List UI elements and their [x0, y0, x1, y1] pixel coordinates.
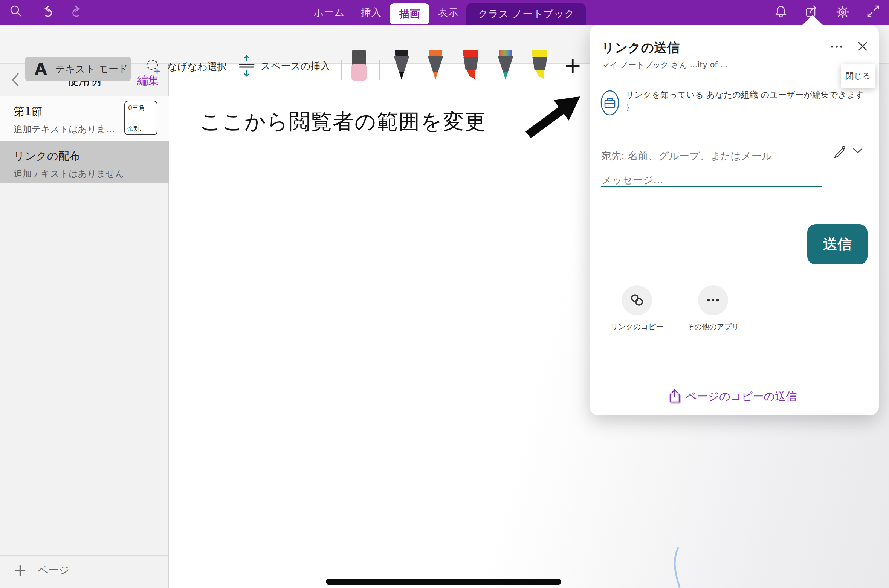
- page-list-sidebar: 使用例 編集 第1節 追加テキストはありま… 0三角 余割. リンクの配布 追加…: [0, 63, 169, 588]
- text-mode-letter: A: [35, 60, 47, 78]
- chevron-right-icon: 〉: [626, 103, 634, 113]
- dialog-title: リンクの送信: [602, 39, 680, 57]
- more-apps-button[interactable]: [698, 285, 728, 315]
- ribbon-tabs: ホーム 挿入 描画 表示 クラス ノートブック: [305, 0, 586, 25]
- highlighter-red-tool[interactable]: [462, 50, 480, 84]
- dialog-caret: [802, 15, 823, 25]
- sidebar-footer-divider: [0, 555, 169, 556]
- message-input[interactable]: [601, 169, 828, 191]
- thumbnail-ink-text: 余割.: [127, 125, 141, 133]
- organization-briefcase-icon[interactable]: [600, 90, 620, 116]
- undo-icon[interactable]: [38, 4, 55, 19]
- highlighter-yellow-tool[interactable]: [531, 50, 549, 84]
- lasso-select-button[interactable]: なげなわ選択: [145, 58, 227, 75]
- redo-icon[interactable]: [70, 4, 86, 19]
- tab-insert[interactable]: 挿入: [353, 0, 390, 25]
- tab-home-label: ホーム: [313, 6, 344, 19]
- send-page-copy-label: ページのコピーの送信: [686, 389, 797, 404]
- tab-class-notebook[interactable]: クラス ノートブック: [466, 3, 586, 25]
- tab-home[interactable]: ホーム: [305, 0, 353, 25]
- page-list-item[interactable]: 第1節 追加テキストはありま… 0三角 余割.: [0, 96, 169, 141]
- chain-link-icon: [629, 292, 645, 309]
- fullscreen-icon[interactable]: [866, 4, 881, 19]
- edit-pencil-icon[interactable]: [832, 144, 848, 159]
- edit-button[interactable]: 編集: [137, 73, 159, 88]
- text-mode-label: テキスト モード: [55, 63, 128, 76]
- tab-draw-label: 描画: [399, 7, 420, 21]
- note-text: ここから閲覧者の範囲を変更: [200, 108, 487, 136]
- share-up-icon: [668, 389, 681, 405]
- ellipsis-icon: [706, 298, 720, 302]
- permission-text: リンクを知っている あなたの組織 のユーザーが編集できます: [626, 90, 864, 99]
- search-icon[interactable]: [8, 4, 23, 19]
- lasso-label: なげなわ選択: [167, 60, 227, 73]
- pen-black-tool[interactable]: [393, 50, 411, 84]
- add-page-label: ページ: [37, 563, 69, 577]
- page-subtitle: 追加テキストはありません: [14, 168, 124, 180]
- text-mode-button[interactable]: A テキスト モード: [25, 57, 131, 81]
- eraser-tool[interactable]: [350, 50, 368, 81]
- ink-arrow: [524, 94, 591, 147]
- more-apps-label: その他のアプリ: [672, 322, 755, 332]
- toolbar-divider: [341, 60, 342, 80]
- tab-view[interactable]: 表示: [429, 0, 466, 25]
- chevron-down-icon[interactable]: [852, 147, 863, 154]
- settings-gear-icon[interactable]: [834, 4, 851, 20]
- tab-insert-label: 挿入: [361, 6, 381, 19]
- copy-link-label: リンクのコピー: [596, 322, 678, 332]
- toolbar-divider: [379, 60, 380, 80]
- page-subtitle: 追加テキストはありま…: [14, 123, 115, 135]
- add-page-button[interactable]: + ページ: [14, 562, 70, 578]
- more-options-icon[interactable]: [829, 44, 844, 49]
- send-page-copy-link[interactable]: ページのコピーの送信: [668, 389, 797, 405]
- ink-blue-stroke: [670, 547, 681, 588]
- tab-draw[interactable]: 描画: [390, 3, 429, 24]
- page-list-item-selected[interactable]: リンクの配布 追加テキストはありません: [0, 141, 169, 183]
- tab-class-notebook-label: クラス ノートブック: [478, 7, 574, 21]
- lasso-icon: [145, 58, 162, 75]
- page-title: 第1節: [14, 104, 42, 119]
- notebook-subtitle: マイ ノートブック さん ...ity of ...: [602, 60, 728, 70]
- insert-space-label: スペースの挿入: [261, 60, 330, 73]
- insert-space-button[interactable]: スペースの挿入: [238, 55, 330, 77]
- thumbnail-ink-text: 0三角: [128, 104, 145, 112]
- home-indicator[interactable]: [326, 579, 561, 585]
- plus-icon: +: [14, 562, 27, 578]
- send-button[interactable]: 送信: [807, 224, 868, 264]
- pen-galaxy-tool[interactable]: [496, 50, 515, 84]
- pen-orange-tool[interactable]: [426, 50, 444, 84]
- top-app-bar: ホーム 挿入 描画 表示 クラス ノートブック: [0, 0, 889, 25]
- copy-link-button[interactable]: [622, 285, 652, 315]
- tab-view-label: 表示: [438, 6, 458, 19]
- close-icon[interactable]: [856, 40, 869, 53]
- notifications-bell-icon[interactable]: [773, 4, 788, 20]
- close-tooltip: 閉じる: [841, 64, 875, 88]
- page-thumbnail: 0三角 余割.: [124, 101, 157, 135]
- send-link-dialog: リンクの送信 マイ ノートブック さん ...ity of ... リンクを知っ…: [590, 25, 879, 415]
- onenote-app: ホーム 挿入 描画 表示 クラス ノートブック A テキスト モード なげなわ選…: [0, 0, 889, 588]
- insert-space-icon: [238, 55, 255, 77]
- permission-setting[interactable]: リンクを知っている あなたの組織 のユーザーが編集できます 〉: [626, 88, 871, 115]
- add-pen-button[interactable]: +: [564, 54, 582, 77]
- page-title: リンクの配布: [14, 149, 80, 164]
